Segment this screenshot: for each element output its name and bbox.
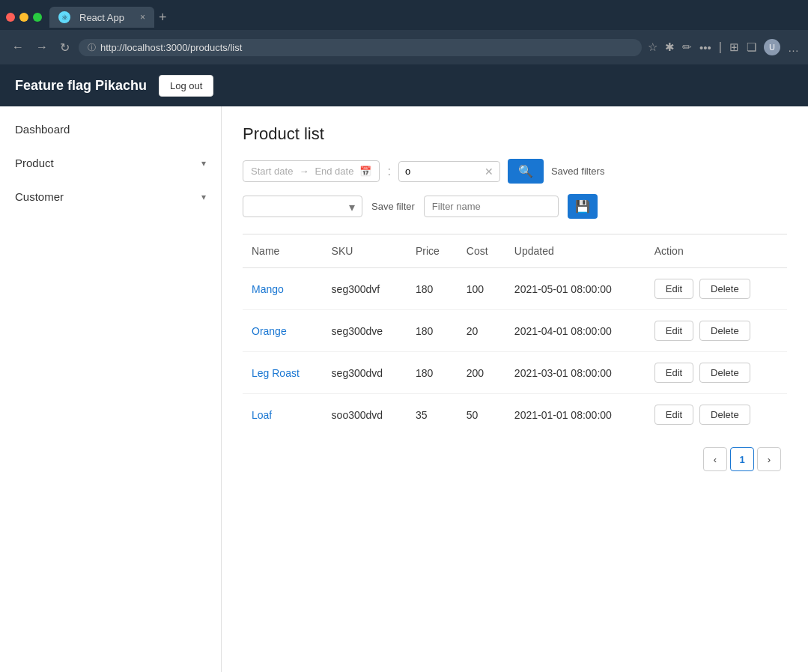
cell-action: Edit Delete [646, 352, 787, 394]
prev-page-button[interactable]: ‹ [703, 447, 727, 471]
col-action: Action [646, 234, 787, 268]
edit-button[interactable]: Edit [654, 363, 693, 383]
cell-updated: 2021-05-01 08:00:00 [505, 268, 646, 310]
calendar-icon: 📅 [359, 166, 371, 177]
save-filter-button[interactable]: 💾 [568, 194, 598, 219]
cell-sku: soo300dvd [323, 394, 407, 436]
new-tab-button[interactable]: + [159, 10, 167, 25]
cell-cost: 50 [458, 394, 505, 436]
saved-filters-link[interactable]: Saved filters [551, 166, 605, 177]
col-name: Name [243, 234, 323, 268]
menu-dots-icon[interactable]: ••• [699, 41, 711, 54]
product-link[interactable]: Orange [252, 325, 287, 337]
search-button[interactable]: 🔍 [508, 159, 544, 184]
cell-updated: 2021-01-01 08:00:00 [505, 394, 646, 436]
browser-chrome: ⚛ React App × + ← → ↻ ⓘ http://localhost… [0, 0, 808, 64]
window-controls [6, 13, 42, 22]
pagination: ‹ 1 › [243, 435, 787, 483]
sidebar-item-customer[interactable]: Customer ▾ [0, 180, 221, 214]
search-input-wrapper: ✕ [398, 161, 500, 182]
dashboard-label: Dashboard [15, 123, 70, 136]
edit-button[interactable]: Edit [654, 405, 693, 425]
cell-action: Edit Delete [646, 394, 787, 436]
app-body: Dashboard Product ▾ Customer ▾ Product l… [0, 106, 808, 672]
table-header-row: Name SKU Price Cost Updated Action [243, 234, 787, 268]
close-window-dot[interactable] [6, 13, 15, 22]
edit-icon[interactable]: ✏ [682, 40, 692, 54]
filter-colon: : [387, 165, 390, 178]
refresh-button[interactable]: ↻ [57, 37, 73, 58]
browser-toolbar: ← → ↻ ⓘ http://localhost:3000/products/l… [0, 30, 808, 64]
cell-sku: seg300dve [323, 310, 407, 352]
date-range-picker[interactable]: Start date → End date 📅 [243, 160, 380, 182]
url-text: http://localhost:3000/products/list [100, 42, 633, 53]
logout-button[interactable]: Log out [159, 75, 213, 97]
profile-avatar[interactable]: U [764, 39, 780, 55]
app-header: Feature flag Pikachu Log out [0, 64, 808, 106]
tab-title: React App [79, 12, 124, 23]
sidebar-item-dashboard[interactable]: Dashboard [0, 112, 221, 146]
delete-button[interactable]: Delete [699, 405, 750, 425]
table-row: Mango seg300dvf 180 100 2021-05-01 08:00… [243, 268, 787, 310]
product-link[interactable]: Loaf [252, 409, 272, 421]
extension-icon[interactable]: ✱ [665, 40, 675, 54]
clear-search-button[interactable]: ✕ [485, 166, 493, 178]
cell-updated: 2021-03-01 08:00:00 [505, 352, 646, 394]
table-row: Orange seg300dve 180 20 2021-04-01 08:00… [243, 310, 787, 352]
table-row: Loaf soo300dvd 35 50 2021-01-01 08:00:00… [243, 394, 787, 436]
filter-select[interactable] [243, 196, 362, 217]
page-title: Product list [243, 124, 787, 144]
sidebar-item-product[interactable]: Product ▾ [0, 146, 221, 180]
collection-icon[interactable]: ❏ [747, 40, 756, 54]
col-updated: Updated [505, 234, 646, 268]
cell-name: Leg Roast [243, 352, 323, 394]
save-icon: 💾 [575, 199, 590, 214]
product-label: Product [15, 157, 54, 169]
save-filter-label: Save filter [371, 201, 415, 212]
filter-row-2: Save filter 💾 [243, 194, 787, 219]
col-price: Price [407, 234, 458, 268]
filter-name-input[interactable] [424, 196, 559, 217]
maximize-window-dot[interactable] [33, 13, 42, 22]
product-table: Name SKU Price Cost Updated Action Mango… [243, 234, 787, 435]
forward-button[interactable]: → [33, 37, 51, 57]
tab-close-icon[interactable]: × [140, 12, 145, 22]
delete-button[interactable]: Delete [699, 321, 750, 341]
sidebar: Dashboard Product ▾ Customer ▾ [0, 106, 222, 672]
back-button[interactable]: ← [9, 37, 27, 57]
search-input[interactable] [405, 166, 480, 177]
chevron-down-icon: ▾ [201, 158, 206, 169]
active-tab[interactable]: ⚛ React App × [49, 7, 154, 28]
toolbar-icons: ☆ ✱ ✏ ••• | ⊞ ❏ U … [648, 39, 799, 55]
edit-button[interactable]: Edit [654, 279, 693, 299]
bookmark-icon[interactable]: ⊞ [729, 40, 739, 54]
arrow-icon: → [299, 166, 309, 177]
customer-label: Customer [15, 190, 64, 203]
table-row: Leg Roast seg300dvd 180 200 2021-03-01 0… [243, 352, 787, 394]
star-icon[interactable]: ☆ [648, 40, 657, 54]
product-link[interactable]: Mango [252, 283, 284, 295]
browser-tabs: ⚛ React App × + [0, 0, 808, 30]
product-link[interactable]: Leg Roast [252, 367, 300, 379]
cell-name: Mango [243, 268, 323, 310]
start-date-placeholder: Start date [251, 166, 293, 177]
cell-cost: 20 [458, 310, 505, 352]
edit-button[interactable]: Edit [654, 321, 693, 341]
delete-button[interactable]: Delete [699, 279, 750, 299]
minimize-window-dot[interactable] [19, 13, 28, 22]
address-bar[interactable]: ⓘ http://localhost:3000/products/list [79, 39, 642, 56]
cell-action: Edit Delete [646, 268, 787, 310]
cell-action: Edit Delete [646, 310, 787, 352]
tab-favicon: ⚛ [58, 11, 70, 23]
delete-button[interactable]: Delete [699, 363, 750, 383]
more-menu-icon[interactable]: … [788, 41, 799, 54]
filter-row-1: Start date → End date 📅 : ✕ 🔍 Saved filt… [243, 159, 787, 184]
filter-select-wrapper [243, 196, 362, 217]
info-icon: ⓘ [88, 42, 96, 53]
cell-price: 180 [407, 268, 458, 310]
next-page-button[interactable]: › [757, 447, 781, 471]
current-page-button[interactable]: 1 [730, 447, 754, 471]
cell-price: 180 [407, 310, 458, 352]
main-content: Product list Start date → End date 📅 : ✕… [222, 106, 808, 672]
cell-cost: 100 [458, 268, 505, 310]
